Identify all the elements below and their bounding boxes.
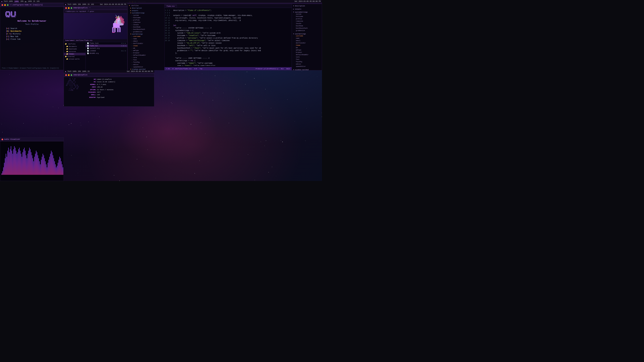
- topbar3-datetime: Sat 2024-03-09 05:06:00 PM: [127, 70, 153, 72]
- editor-right-item-defaultRoamDir[interactable]: defaultRoamDir: [293, 54, 320, 56]
- fileman-tree-item[interactable]: 📁.dotfiles: [64, 43, 86, 45]
- editor-sidebar-item-hostname[interactable]: —hostname: [128, 16, 164, 19]
- browser-link-item[interactable]: [b] Quickmarks: [4, 30, 60, 32]
- editor-sidebar-item-dotfilesDir[interactable]: —dotfilesDir: [128, 42, 164, 45]
- editor-sidebar-section-description[interactable]: ▶description: [128, 7, 164, 9]
- svg-rect-3: [112, 27, 114, 32]
- fileman-file-item[interactable]: 📄flake.lock27.5 K: [86, 42, 127, 44]
- editor-right-section[interactable]: ▼ nixpkgs-patchedsystemnamesrcpatches: [292, 68, 322, 70]
- editor-right-item-term[interactable]: term: [293, 56, 320, 58]
- fileman-tree-item[interactable]: 📁pictures: [64, 50, 86, 53]
- editor-tab-flake[interactable]: flake.nix: [164, 5, 177, 8]
- editor-right-label[interactable]: ▼ description: [293, 5, 320, 7]
- editor-sidebar-item-theme[interactable]: —theme: [128, 45, 164, 47]
- browser-link-item[interactable]: [o] Search: [4, 27, 60, 29]
- editor-right-item-email[interactable]: email: [293, 39, 320, 42]
- fileman-tree-item[interactable]: 📁documents: [64, 45, 86, 48]
- vis-bar-item: [21, 154, 21, 175]
- editor-code-area[interactable]: 1 2 3 4 5 6 7 8 9 10 11 12 13 14 15 16 1…: [164, 8, 292, 67]
- topbar3-tech: Tech 100%: [68, 70, 76, 72]
- editor-right-item-fontPkg[interactable]: fontPkg: [293, 61, 320, 63]
- browser-min-btn[interactable]: [4, 4, 6, 6]
- editor-sidebar-item-profile[interactable]: —profile: [128, 19, 164, 21]
- editor-right-item-wm[interactable]: wm: [293, 46, 320, 49]
- editor-code-text[interactable]: description = "Flake of LibrePhoenix"; o…: [171, 9, 292, 66]
- editor-right-item-hostname[interactable]: hostname: [293, 15, 320, 18]
- topbar2-mem: 100%: [82, 3, 86, 5]
- neofetch-min-btn[interactable]: [68, 74, 70, 76]
- editor-right-item-locale[interactable]: locale: [293, 22, 320, 25]
- fileman-tree-item[interactable]: 📁downloads: [64, 48, 86, 50]
- editor-sidebar-item-editor[interactable]: —editor: [128, 63, 164, 66]
- fileman-tree-item[interactable]: 📁octave-works: [64, 58, 86, 60]
- fileman-tree-item[interactable]: 📁External: [64, 55, 86, 58]
- editor-sidebar-item-defaultRoamDir[interactable]: —defaultRoamDir: [128, 54, 164, 56]
- editor-sidebar-section-systemSettings[interactable]: ▼systemSettings: [128, 12, 164, 14]
- editor-sidebar-item-name[interactable]: —name: [128, 38, 164, 40]
- editor-right-label[interactable]: ▼ systemSettings: [293, 11, 320, 13]
- editor-sidebar-item-grubDevice[interactable]: —grubDevice: [128, 31, 164, 33]
- editor-right-section[interactable]: ▶ outputs: [292, 7, 322, 11]
- editor-sidebar-item-locale[interactable]: —locale: [128, 24, 164, 26]
- browser-close-btn[interactable]: [2, 4, 3, 6]
- editor-right-item-theme[interactable]: theme: [293, 44, 320, 46]
- editor-sidebar-item-term[interactable]: —term: [128, 56, 164, 59]
- fileman-max-btn[interactable]: [70, 7, 72, 9]
- editor-right-item-timezone[interactable]: timezone: [293, 20, 320, 22]
- editor-sidebar-item-bootMountPath[interactable]: —bootMountPath: [128, 28, 164, 31]
- editor-sidebar-item-email[interactable]: —email: [128, 40, 164, 42]
- editor-sidebar-item-wmType[interactable]: —wmType: [128, 49, 164, 52]
- vis-bar-item: [3, 167, 4, 175]
- editor-sidebar-item-system[interactable]: —system: [128, 14, 164, 16]
- editor-right-label[interactable]: ▶ outputs: [293, 8, 320, 10]
- editor-right-item-username[interactable]: username: [293, 35, 320, 37]
- editor-right-item-font[interactable]: font: [293, 58, 320, 61]
- editor-sidebar-item-bootMode[interactable]: —bootMode: [128, 26, 164, 28]
- editor-sidebar-item-spawnEditor[interactable]: —spawnEditor: [128, 66, 164, 68]
- browser-link-item[interactable]: [x] Close tab: [4, 38, 60, 40]
- editor-right-label[interactable]: ▼ userSettings: [293, 33, 320, 35]
- editor-right-item-grubDevice[interactable]: grubDevice: [293, 29, 320, 32]
- editor-right-item-editor[interactable]: editor: [293, 63, 320, 65]
- fileman-file-item[interactable]: 📄install.org: [86, 47, 127, 50]
- editor-sidebar-item-font[interactable]: —font: [128, 59, 164, 61]
- editor-sidebar-item-browser[interactable]: —browser: [128, 52, 164, 54]
- editor-right-item-browser[interactable]: browser: [293, 51, 320, 54]
- browser-max-btn[interactable]: [7, 4, 8, 6]
- editor-right-section[interactable]: ▼ description: [292, 4, 322, 7]
- browser-link-item[interactable]: [S h] History: [4, 33, 60, 35]
- editor-right-item-spawnEditor[interactable]: spawnEditor: [293, 65, 320, 68]
- editor-sidebar-section-userSettings[interactable]: ▼userSettings: [128, 33, 164, 35]
- visualizer-close-btn[interactable]: [2, 139, 3, 140]
- neofetch-key-ar: ARCH:: [82, 86, 96, 88]
- editor-right-section[interactable]: ▼ userSettingsusernamenameemaildotfilesD…: [292, 32, 322, 68]
- editor-sidebar-root[interactable]: ▼.dotfiles: [128, 4, 164, 7]
- editor-sidebar-item-wm[interactable]: —wm: [128, 47, 164, 49]
- neofetch-max-btn[interactable]: [70, 74, 72, 76]
- editor-sidebar-item-timezone[interactable]: —timezone: [128, 21, 164, 24]
- fileman-file-item[interactable]: 📄LICENSE34.2 K: [86, 50, 127, 52]
- neofetch-close-btn[interactable]: [65, 74, 67, 76]
- editor-right-label[interactable]: ▼ nixpkgs-patched: [293, 69, 320, 70]
- editor-right-item-system[interactable]: system: [293, 13, 320, 15]
- fileman-file-item[interactable]: 📄flake.nix2.26 K: [86, 44, 127, 47]
- editor-right-item-dotfilesDir[interactable]: dotfilesDir: [293, 42, 320, 44]
- editor-right-section[interactable]: ▼ systemSettingssystemhostnameprofiletim…: [292, 11, 322, 32]
- svg-rect-12: [112, 32, 115, 33]
- editor-right-item-bootMountPath[interactable]: bootMountPath: [293, 27, 320, 29]
- editor-right-item-profile[interactable]: profile: [293, 18, 320, 20]
- editor-sidebar-section-outputs[interactable]: ▶outputs: [128, 9, 164, 12]
- fileman-min-btn[interactable]: [68, 7, 70, 9]
- editor-tab-label: flake.nix: [166, 5, 175, 7]
- vis-bar-item: [6, 157, 7, 175]
- fileman-tree-item[interactable]: 📁themes: [64, 53, 86, 55]
- fileman-close-btn[interactable]: [65, 7, 67, 9]
- neofetch-key-os: OS:: [82, 81, 96, 83]
- editor-right-item-bootMode[interactable]: bootMode: [293, 25, 320, 27]
- editor-sidebar-item-fontPkg[interactable]: —fontPkg: [128, 61, 164, 63]
- fileman-file-item[interactable]: 📄README.org: [86, 52, 127, 55]
- browser-link-item[interactable]: [t] New tab: [4, 35, 60, 37]
- editor-sidebar-item-username[interactable]: —username: [128, 35, 164, 38]
- editor-right-item-name[interactable]: name: [293, 37, 320, 39]
- editor-right-item-wmType[interactable]: wmType: [293, 49, 320, 51]
